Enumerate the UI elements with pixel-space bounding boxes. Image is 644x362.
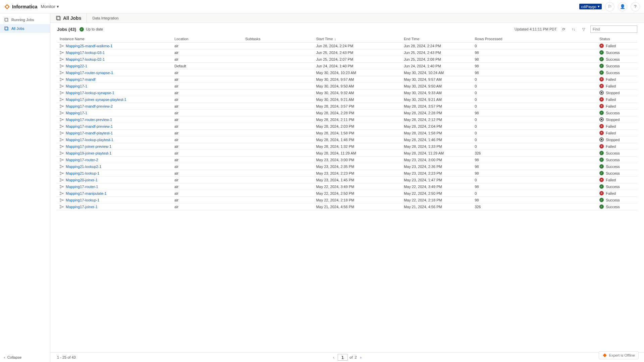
svg-line-92 <box>61 153 63 154</box>
jobs-count-label: Jobs (43) <box>57 27 76 32</box>
cell-status: ✕Failed <box>599 44 635 48</box>
instance-name-link[interactable]: Mapping22-1 <box>66 64 87 68</box>
instance-name-link[interactable]: Mapping17-lookup-03-1 <box>66 51 105 55</box>
instance-name-link[interactable]: Mapping17-mandf <box>66 77 96 81</box>
col-end-time[interactable]: End Time <box>401 36 472 43</box>
instance-name-link[interactable]: Mapping17-1 <box>66 84 87 88</box>
find-input[interactable] <box>590 25 637 33</box>
table-row[interactable]: Mapping17-router-synapse-1alrMay 30, 202… <box>57 69 637 76</box>
prev-page-button[interactable]: ‹ <box>332 355 336 359</box>
instance-name-link[interactable]: Mapping20-joiner-1 <box>66 178 98 182</box>
page-input[interactable] <box>337 354 347 361</box>
table-row[interactable]: Mapping17-lookup-03-1alrJun 25, 2024, 2:… <box>57 49 637 56</box>
org-selector[interactable]: cdiPaygo ▾ <box>579 4 602 9</box>
sidebar-item-label: All Jobs <box>11 26 24 31</box>
table-row[interactable]: Mapping17-mandf-preview-2alrMay 28, 2024… <box>57 103 637 110</box>
svg-line-101 <box>61 166 63 167</box>
table-row[interactable]: Mapping17-1alrMay 30, 2024, 9:50 AMMay 3… <box>57 83 637 89</box>
instance-name-link[interactable]: Mapping17-mandf-preview-1 <box>66 124 113 128</box>
cell-rows-processed: 0 <box>472 89 597 96</box>
col-instance-name[interactable]: Instance Name <box>57 36 172 43</box>
cell-location: alr <box>172 130 243 136</box>
status-bar: Jobs (43) ✓ Up to date Updated 4:11:11 P… <box>50 23 644 36</box>
table-row[interactable]: Mapping22-1DefaultJun 24, 2024, 1:40 PMJ… <box>57 63 637 69</box>
tab-all-jobs[interactable]: All Jobs <box>56 13 87 22</box>
svg-line-36 <box>61 78 63 79</box>
cell-end-time: May 30, 2024, 10:24 AM <box>401 69 472 76</box>
svg-line-102 <box>61 167 63 168</box>
col-location[interactable]: Location <box>172 36 243 43</box>
table-row[interactable]: Mapping17-lookup-playtest-1alrMay 28, 20… <box>57 136 637 143</box>
filter-button[interactable]: ▽ <box>580 26 587 33</box>
svg-point-73 <box>60 131 61 132</box>
cell-end-time: May 28, 2024, 3:57 PM <box>401 103 472 110</box>
sidebar-item-all-jobs[interactable]: All Jobs <box>0 24 50 33</box>
instance-name-link[interactable]: Mapping17-mandf-preview-2 <box>66 104 113 108</box>
user-button[interactable]: 👤 <box>618 2 627 11</box>
table-row[interactable]: Mapping17-joiner-synapse-playtest-1alrMa… <box>57 96 637 103</box>
col-rows-processed[interactable]: Rows Processed <box>472 36 597 43</box>
instance-name-link[interactable]: Mapping25-mandf-walkme-1 <box>66 44 112 48</box>
table-row[interactable]: Mapping17-manipulate-1alrMay 22, 2024, 2… <box>57 190 637 197</box>
instance-name-link[interactable]: Mapping17-lookup-02-1 <box>66 57 105 61</box>
svg-line-51 <box>61 99 63 100</box>
instance-name-link[interactable]: Mapping17-router-2 <box>66 158 98 162</box>
cell-rows-processed: 0 <box>472 123 597 130</box>
table-row[interactable]: Mapping17-lookup-synapse-1alrMay 30, 202… <box>57 89 637 96</box>
refresh-button[interactable]: ⟳ <box>560 26 567 33</box>
table-row[interactable]: Mapping20-joiner-1alrMay 23, 2024, 1:45 … <box>57 177 637 183</box>
instance-name-link[interactable]: Mapping17-joiner-1 <box>66 205 98 209</box>
instance-name-link[interactable]: Mapping17-mandf-playtest-1 <box>66 131 113 135</box>
table-row[interactable]: Mapping17-mandfalrMay 30, 2024, 9:57 AMM… <box>57 76 637 83</box>
col-start-time[interactable]: Start Time↓ <box>313 36 401 43</box>
table-row[interactable]: Mapping17-mandf-preview-1alrMay 28, 2024… <box>57 123 637 130</box>
instance-name-link[interactable]: Mapping17-joiner-preview-1 <box>66 144 111 148</box>
status-failed-icon: ✕ <box>599 131 604 135</box>
help-button[interactable]: ? <box>631 2 640 11</box>
app-switcher[interactable]: Monitor ▾ <box>41 4 59 9</box>
table-row[interactable]: Mapping17-1alrMay 28, 2024, 2:28 PMMay 2… <box>57 110 637 116</box>
notifications-button[interactable]: ⚐ <box>605 2 614 11</box>
cell-rows-processed: 98 <box>472 63 597 69</box>
cell-location: alr <box>172 157 243 163</box>
status-failed-icon: ✕ <box>599 144 604 148</box>
sidebar-item-running-jobs[interactable]: Running Jobs <box>0 15 50 24</box>
instance-name-link[interactable]: Mapping17-joiner-synapse-playtest-1 <box>66 98 126 102</box>
table-row[interactable]: Mapping21-lookup2-1alrMay 23, 2024, 2:35… <box>57 163 637 170</box>
instance-name-link[interactable]: Mapping17-1 <box>66 111 87 115</box>
instance-name-link[interactable]: Mapping19-joiner-playtest-1 <box>66 151 111 155</box>
col-status[interactable]: Status <box>597 36 637 43</box>
cell-subtasks <box>243 136 313 143</box>
expert-chat-widget[interactable]: Expert is Offline <box>599 351 639 359</box>
col-subtasks[interactable]: Subtasks <box>243 36 313 43</box>
table-row[interactable]: Mapping21-lookup-1alrMay 23, 2024, 2:23 … <box>57 170 637 177</box>
cell-subtasks <box>243 89 313 96</box>
table-row[interactable]: Mapping17-lookup-1alrMay 22, 2024, 2:18 … <box>57 197 637 203</box>
table-row[interactable]: Mapping17-router-preview-1alrMay 28, 202… <box>57 116 637 123</box>
instance-name-link[interactable]: Mapping17-lookup-playtest-1 <box>66 138 113 142</box>
table-row[interactable]: Mapping17-lookup-02-1alrJun 25, 2024, 2:… <box>57 56 637 63</box>
instance-name-link[interactable]: Mapping17-router-preview-1 <box>66 118 112 122</box>
table-row[interactable]: Mapping17-router-2alrMay 23, 2024, 3:00 … <box>57 157 637 163</box>
tab-data-integration[interactable]: Data Integration <box>92 16 118 20</box>
brand-name: Informatica <box>12 4 37 9</box>
svg-line-76 <box>61 132 63 133</box>
table-row[interactable]: Mapping17-mandf-playtest-1alrMay 28, 202… <box>57 130 637 136</box>
instance-name-link[interactable]: Mapping17-lookup-1 <box>66 198 99 202</box>
instance-name-link[interactable]: Mapping17-router-1 <box>66 185 98 189</box>
instance-name-link[interactable]: Mapping17-manipulate-1 <box>66 191 107 195</box>
table-row[interactable]: Mapping17-router-1alrMay 22, 2024, 3:49 … <box>57 183 637 190</box>
svg-line-116 <box>61 186 63 187</box>
table-row[interactable]: Mapping25-mandf-walkme-1alrJun 28, 2024,… <box>57 43 637 49</box>
instance-name-link[interactable]: Mapping17-router-synapse-1 <box>66 71 113 75</box>
instance-name-link[interactable]: Mapping21-lookup2-1 <box>66 165 101 169</box>
status-failed-icon: ✕ <box>599 191 604 195</box>
table-row[interactable]: Mapping17-joiner-1alrMay 21, 2024, 4:56 … <box>57 203 637 210</box>
table-row[interactable]: Mapping19-joiner-playtest-1alrMay 28, 20… <box>57 150 637 157</box>
table-row[interactable]: Mapping17-joiner-preview-1alrMay 28, 202… <box>57 143 637 150</box>
instance-name-link[interactable]: Mapping21-lookup-1 <box>66 171 99 175</box>
next-page-button[interactable]: › <box>359 355 363 359</box>
instance-name-link[interactable]: Mapping17-lookup-synapse-1 <box>66 91 114 95</box>
collapse-sidebar-button[interactable]: ‹ Collapse <box>4 355 21 359</box>
sort-button[interactable]: ↑↓ <box>570 26 577 33</box>
